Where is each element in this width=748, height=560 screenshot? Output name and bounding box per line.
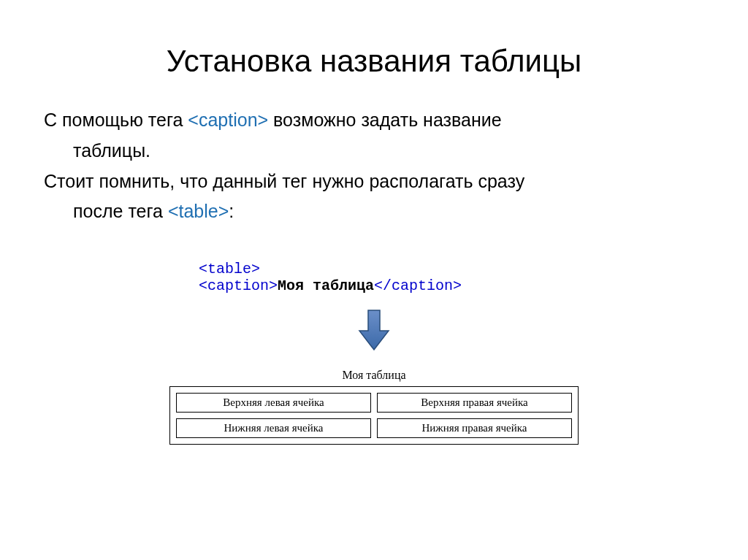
example-output: Моя таблица Верхняя левая ячейка Верхняя… <box>169 369 579 445</box>
paragraph-1: С помощью тега <caption> возможно задать… <box>44 108 704 164</box>
arrow-container <box>44 309 704 354</box>
para2-line2: после тега <table>: <box>44 199 704 224</box>
table-row: Нижняя левая ячейка Нижняя правая ячейка <box>176 418 572 438</box>
code-line-2: <caption>Моя таблица</caption> <box>199 277 549 294</box>
cell-bottom-left: Нижняя левая ячейка <box>176 418 371 438</box>
para1-line1: С помощью тега <caption> возможно задать… <box>44 108 704 133</box>
code-table-open: <table> <box>199 261 260 277</box>
paragraph-2: Стоит помнить, что данный тег нужно расп… <box>44 169 704 225</box>
para2-line1: Стоит помнить, что данный тег нужно расп… <box>44 169 704 194</box>
code-line-1: <table> <box>199 261 549 277</box>
para1-text-a: С помощью тега <box>44 110 188 130</box>
example-table-caption: Моя таблица <box>169 369 579 382</box>
example-table: Верхняя левая ячейка Верхняя правая ячей… <box>169 386 579 445</box>
table-row: Верхняя левая ячейка Верхняя правая ячей… <box>176 393 572 413</box>
caption-tag-inline: <caption> <box>188 110 268 130</box>
code-caption-text: Моя таблица <box>278 277 374 294</box>
cell-top-right: Верхняя правая ячейка <box>377 393 572 413</box>
slide-title: Установка названия таблицы <box>44 44 704 79</box>
code-example: <table> <caption>Моя таблица</caption> <box>199 261 549 294</box>
para2-text-b: после тега <box>73 201 168 221</box>
para1-text-b: возможно задать название <box>268 110 501 130</box>
down-arrow-icon <box>358 309 390 351</box>
code-caption-open: <caption> <box>199 277 278 294</box>
slide-container: Установка названия таблицы С помощью тег… <box>0 0 748 474</box>
table-tag-inline: <table> <box>168 201 229 221</box>
cell-top-left: Верхняя левая ячейка <box>176 393 371 413</box>
code-caption-close: </caption> <box>374 277 462 294</box>
cell-bottom-right: Нижняя правая ячейка <box>377 418 572 438</box>
para1-line2: таблицы. <box>44 139 704 164</box>
para2-text-c: : <box>229 201 234 221</box>
